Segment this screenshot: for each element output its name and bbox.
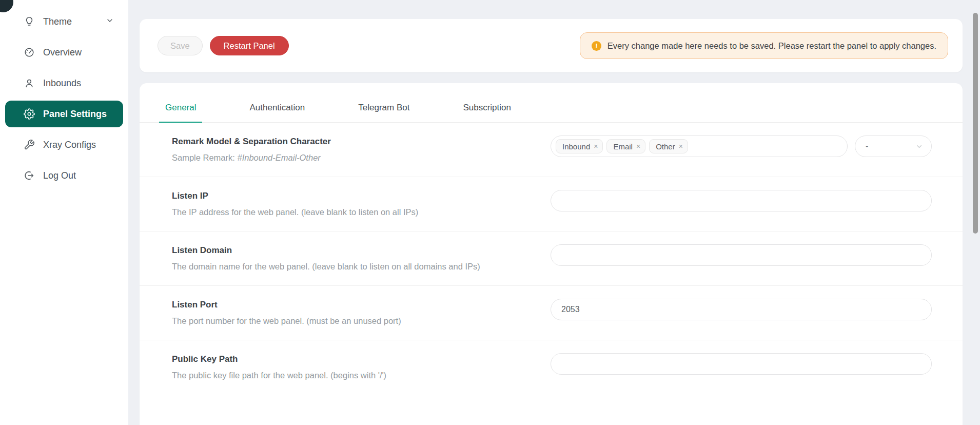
tab-general[interactable]: General (159, 103, 202, 123)
listen-ip-input[interactable] (551, 190, 932, 211)
row-label: Listen Domain The domain name for the we… (172, 244, 551, 272)
toolbar-card: Save Restart Panel ! Every change made h… (140, 19, 963, 72)
settings-tabs: General Authentication Telegram Bot Subs… (140, 83, 963, 123)
row-description: The port number for the web panel. (must… (172, 316, 551, 326)
gear-icon (24, 108, 35, 120)
wrench-icon (24, 139, 35, 150)
row-title: Listen IP (172, 191, 551, 201)
row-controls (551, 244, 932, 266)
restart-panel-button[interactable]: Restart Panel (210, 36, 289, 55)
dashboard-icon (24, 47, 35, 58)
form-row-listen-ip: Listen IP The IP address for the web pan… (140, 177, 963, 231)
row-controls (551, 190, 932, 211)
row-title: Listen Domain (172, 245, 551, 256)
row-controls (551, 353, 932, 375)
row-description: Sample Remark: #Inbound-Email-Other (172, 153, 551, 163)
app-root: Theme Overview Inbounds Panel Settings (0, 0, 980, 425)
sample-remark-prefix: Sample Remark: (172, 153, 237, 162)
row-controls (551, 299, 932, 320)
row-label: Listen IP The IP address for the web pan… (172, 190, 551, 217)
sidebar-item-label: Xray Configs (43, 140, 96, 150)
tag-email: Email × (606, 139, 645, 153)
row-label: Remark Model & Separation Character Samp… (172, 136, 551, 163)
save-button[interactable]: Save (158, 36, 203, 55)
row-description: The domain name for the web panel. (leav… (172, 262, 551, 272)
sidebar-item-label: Panel Settings (43, 109, 107, 120)
row-title: Remark Model & Separation Character (172, 137, 551, 147)
tag-label: Inbound (562, 142, 590, 151)
sidebar-item-xray-configs[interactable]: Xray Configs (0, 129, 128, 160)
restart-warning-alert: ! Every change made here needs to be sav… (580, 32, 948, 59)
sidebar: Theme Overview Inbounds Panel Settings (0, 0, 128, 425)
form-row-public-key-path: Public Key Path The public key file path… (140, 340, 963, 394)
lightbulb-icon (24, 16, 35, 27)
sidebar-item-label: Theme (43, 16, 72, 27)
user-icon (24, 78, 35, 89)
page-scrollbar[interactable] (973, 13, 978, 234)
logout-icon (24, 170, 35, 181)
form-row-listen-domain: Listen Domain The domain name for the we… (140, 231, 963, 286)
listen-port-input[interactable] (551, 299, 932, 320)
sidebar-item-overview[interactable]: Overview (0, 37, 128, 68)
tag-remove-icon[interactable]: × (636, 143, 640, 150)
remark-model-tags-input[interactable]: Inbound × Email × Other × (551, 136, 848, 157)
sidebar-item-label: Log Out (43, 170, 76, 181)
main-content: Save Restart Panel ! Every change made h… (128, 0, 980, 425)
sidebar-item-log-out[interactable]: Log Out (0, 160, 128, 191)
settings-card: General Authentication Telegram Bot Subs… (140, 83, 963, 425)
tag-remove-icon[interactable]: × (679, 143, 683, 150)
form-row-remark-model: Remark Model & Separation Character Samp… (140, 123, 963, 177)
sidebar-item-panel-settings[interactable]: Panel Settings (5, 101, 123, 127)
tag-label: Email (613, 142, 633, 151)
public-key-path-input[interactable] (551, 353, 932, 375)
row-description: The public key file path for the web pan… (172, 371, 551, 380)
listen-domain-input[interactable] (551, 244, 932, 266)
tab-telegram-bot[interactable]: Telegram Bot (352, 103, 416, 123)
tab-subscription[interactable]: Subscription (457, 103, 517, 123)
sidebar-item-inbounds[interactable]: Inbounds (0, 68, 128, 99)
sidebar-item-label: Inbounds (43, 78, 81, 89)
tab-authentication[interactable]: Authentication (243, 103, 311, 123)
tag-inbound: Inbound × (556, 139, 603, 153)
tag-remove-icon[interactable]: × (594, 143, 598, 150)
row-title: Listen Port (172, 300, 551, 310)
tag-label: Other (656, 142, 675, 151)
chevron-down-icon (915, 143, 923, 150)
row-label: Public Key Path The public key file path… (172, 353, 551, 380)
sidebar-item-label: Overview (43, 47, 82, 58)
select-value: - (866, 142, 868, 151)
row-description: The IP address for the web panel. (leave… (172, 207, 551, 217)
form-row-listen-port: Listen Port The port number for the web … (140, 286, 963, 340)
row-controls: Inbound × Email × Other × - (551, 136, 932, 157)
tag-other: Other × (649, 139, 688, 153)
sample-remark-value: #Inbound-Email-Other (237, 153, 320, 162)
separator-character-select[interactable]: - (855, 136, 932, 157)
alert-text: Every change made here needs to be saved… (607, 41, 936, 51)
sidebar-item-theme[interactable]: Theme (0, 6, 128, 37)
row-title: Public Key Path (172, 354, 551, 364)
row-label: Listen Port The port number for the web … (172, 299, 551, 326)
chevron-down-icon (106, 16, 114, 27)
warning-icon: ! (592, 41, 601, 51)
